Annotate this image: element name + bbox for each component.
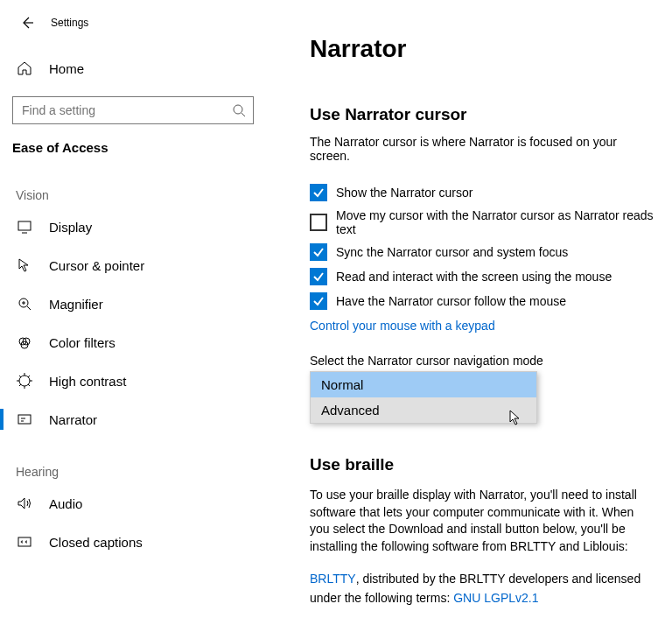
- svg-line-19: [28, 376, 30, 377]
- braille-desc: To use your braille display with Narrato…: [310, 487, 654, 555]
- sidebar-item-label: High contrast: [49, 374, 126, 389]
- narrator-icon: [16, 411, 33, 428]
- display-icon: [16, 218, 33, 235]
- high-contrast-icon: [16, 372, 33, 390]
- checkbox[interactable]: [310, 268, 327, 285]
- checkbox-label: Have the Narrator cursor follow the mous…: [336, 294, 566, 308]
- app-title: Settings: [51, 17, 88, 29]
- main-content: Narrator Use Narrator cursor The Narrato…: [278, 0, 672, 618]
- sidebar-item-display[interactable]: Display: [0, 207, 278, 246]
- sidebar-item-high-contrast[interactable]: High contrast: [0, 362, 278, 400]
- checkbox-row[interactable]: Have the Narrator cursor follow the mous…: [310, 292, 654, 310]
- svg-line-17: [28, 384, 30, 386]
- svg-rect-20: [18, 415, 31, 424]
- braille-license-line: BRLTTY, distributed by the BRLTTY develo…: [310, 569, 654, 607]
- sidebar: Settings Home Ease of Access VisionDispl…: [0, 0, 278, 618]
- section-desc-cursor: The Narrator cursor is where Narrator is…: [310, 135, 654, 163]
- sidebar-item-label: Narrator: [49, 412, 97, 427]
- checkbox-row[interactable]: Sync the Narrator cursor and system focu…: [310, 243, 654, 261]
- sidebar-group-label: Vision: [0, 162, 278, 207]
- sidebar-item-label: Audio: [49, 496, 82, 511]
- sidebar-item-audio[interactable]: Audio: [0, 484, 278, 523]
- sidebar-item-color-filters[interactable]: Color filters: [0, 323, 278, 362]
- sidebar-item-label: Closed captions: [49, 535, 143, 550]
- sidebar-item-home[interactable]: Home: [0, 49, 278, 88]
- sidebar-group-label: Hearing: [0, 439, 278, 484]
- back-button[interactable]: [16, 11, 38, 34]
- magnifier-icon: [16, 295, 33, 313]
- checkbox-label: Move my cursor with the Narrator cursor …: [336, 208, 654, 236]
- audio-icon: [16, 495, 33, 512]
- dropdown-option[interactable]: Normal: [311, 372, 536, 397]
- svg-line-5: [27, 306, 31, 310]
- color-filters-icon: [16, 334, 33, 351]
- section-header: Ease of Access: [0, 124, 278, 162]
- sidebar-item-label: Cursor & pointer: [49, 258, 144, 273]
- link-brltty[interactable]: BRLTTY: [310, 571, 356, 588]
- search-input[interactable]: [20, 102, 232, 118]
- cursor-pointer-icon: [16, 256, 33, 274]
- sidebar-item-cursor-pointer[interactable]: Cursor & pointer: [0, 246, 278, 284]
- checkbox-label: Read and interact with the screen using …: [336, 270, 612, 284]
- checkbox[interactable]: [310, 243, 327, 261]
- checkbox-label: Show the Narrator cursor: [336, 186, 472, 200]
- sidebar-item-narrator[interactable]: Narrator: [0, 400, 278, 439]
- sidebar-item-label: Magnifier: [49, 297, 103, 312]
- select-label-nav-mode: Select the Narrator cursor navigation mo…: [310, 354, 654, 368]
- svg-rect-23: [18, 537, 31, 546]
- section-heading-braille: Use braille: [310, 455, 654, 474]
- svg-line-18: [19, 384, 21, 386]
- dropdown-nav-mode[interactable]: NormalAdvanced: [310, 371, 537, 424]
- sidebar-item-closed-captions[interactable]: Closed captions: [0, 523, 278, 561]
- closed-captions-icon: [16, 533, 33, 551]
- dropdown-option[interactable]: Advanced: [311, 397, 536, 423]
- link-lgpl[interactable]: GNU LGPLv2.1: [453, 590, 538, 607]
- page-title: Narrator: [310, 35, 654, 63]
- checkbox[interactable]: [310, 292, 327, 310]
- svg-line-16: [19, 376, 21, 377]
- link-control-mouse-keypad[interactable]: Control your mouse with a keypad: [310, 319, 495, 333]
- svg-rect-2: [18, 221, 31, 230]
- back-arrow-icon: [20, 16, 34, 30]
- search-box[interactable]: [12, 96, 254, 124]
- checkbox-row[interactable]: Move my cursor with the Narrator cursor …: [310, 208, 654, 236]
- home-label: Home: [49, 61, 84, 76]
- svg-point-0: [234, 105, 242, 114]
- checkbox[interactable]: [310, 214, 327, 231]
- sidebar-item-label: Color filters: [49, 335, 116, 350]
- checkbox-row[interactable]: Read and interact with the screen using …: [310, 268, 654, 285]
- sidebar-item-magnifier[interactable]: Magnifier: [0, 284, 278, 323]
- section-heading-cursor: Use Narrator cursor: [310, 105, 654, 124]
- checkbox-row[interactable]: Show the Narrator cursor: [310, 184, 654, 201]
- home-icon: [16, 60, 33, 77]
- checkbox[interactable]: [310, 184, 327, 201]
- sidebar-item-label: Display: [49, 220, 92, 235]
- svg-line-1: [242, 113, 245, 116]
- search-icon: [232, 103, 246, 117]
- checkbox-label: Sync the Narrator cursor and system focu…: [336, 245, 568, 259]
